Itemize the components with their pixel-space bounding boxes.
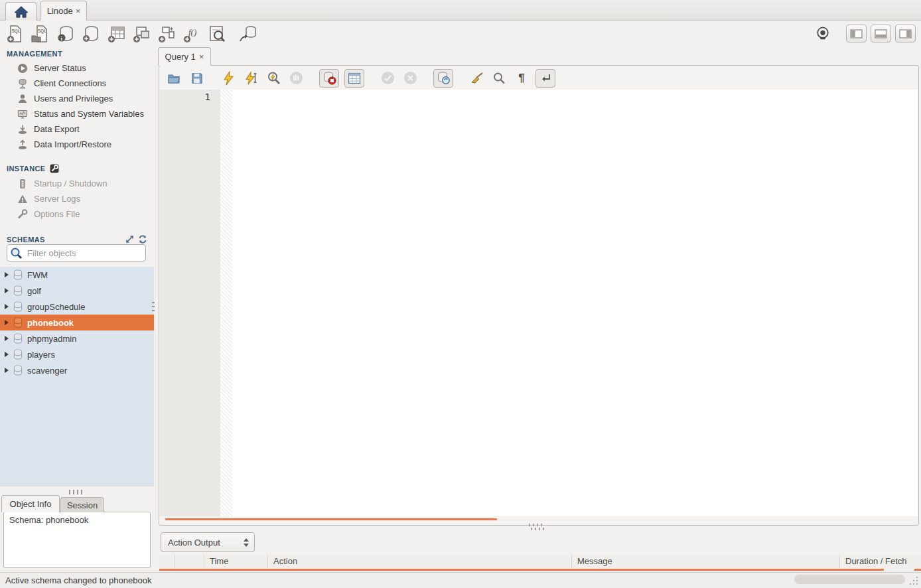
schema-label: FWM — [27, 270, 48, 280]
sidebar-item-users-privileges[interactable]: Users and Privileges — [0, 91, 154, 106]
close-icon[interactable]: × — [199, 52, 204, 61]
schema-row-fwm[interactable]: FWM — [0, 267, 154, 283]
expander-icon[interactable] — [5, 352, 9, 357]
inspect-database-icon[interactable]: i — [56, 24, 76, 44]
output-col-action[interactable]: Action — [268, 555, 572, 569]
output-selector[interactable]: Action Output — [161, 532, 255, 552]
stop-query-button[interactable] — [287, 70, 305, 87]
sidebar-item-server-logs[interactable]: Server Logs — [0, 191, 154, 206]
create-schema-icon[interactable] — [81, 24, 101, 44]
search-table-data-icon[interactable] — [207, 24, 227, 44]
options-file-icon — [17, 209, 28, 220]
create-procedure-icon[interactable] — [157, 24, 177, 44]
expand-schemas-icon[interactable] — [125, 235, 134, 244]
editor-orange-bar — [165, 518, 497, 520]
horizontal-scrollbar-thumb[interactable] — [794, 575, 905, 584]
sidebar-splitter-grip[interactable] — [152, 302, 155, 314]
commit-button[interactable] — [379, 70, 396, 87]
create-function-icon[interactable]: f() — [182, 24, 202, 44]
sidebar-item-data-export[interactable]: Data Export — [0, 121, 154, 137]
toolbar-right-group — [814, 25, 916, 42]
item-label: Data Import/Restore — [34, 139, 111, 149]
explain-button[interactable] — [265, 70, 282, 87]
expander-icon[interactable] — [5, 368, 9, 373]
refresh-schemas-icon[interactable] — [138, 235, 147, 244]
filter-objects-input[interactable] — [7, 244, 146, 261]
item-label: Data Export — [34, 124, 80, 134]
rollback-button[interactable] — [401, 70, 419, 87]
execute-button[interactable] — [220, 70, 237, 87]
explain-magnifier-icon — [267, 71, 281, 85]
schema-row-golf[interactable]: golf — [0, 283, 154, 299]
sidebar-item-startup-shutdown[interactable]: Startup / Shutdown — [0, 176, 154, 191]
sidebar-item-options-file[interactable]: Options File — [0, 206, 154, 222]
toggle-bottom-panel-button[interactable] — [871, 25, 891, 42]
toggle-autocommit-button[interactable] — [433, 69, 453, 88]
window-resize-grip[interactable] — [908, 575, 919, 586]
tab-session[interactable]: Session — [60, 497, 104, 512]
alert-icon[interactable] — [814, 25, 831, 42]
expander-icon[interactable] — [5, 336, 9, 341]
schema-label: phpmyadmin — [27, 334, 76, 344]
pilcrow-icon: ¶ — [518, 72, 524, 85]
expander-icon[interactable] — [5, 272, 9, 277]
find-button[interactable] — [490, 70, 508, 87]
toggle-word-wrap-button[interactable] — [535, 69, 555, 88]
toggle-right-sidebar-button[interactable] — [895, 25, 916, 42]
instance-section-title: INSTANCE — [0, 164, 154, 173]
schema-row-phonebook-selected[interactable]: phonebook — [0, 315, 154, 331]
toggle-invisible-chars-button[interactable]: ¶ — [513, 70, 530, 87]
open-sql-script-icon[interactable]: SQL — [31, 24, 50, 44]
sidebar-item-client-connections[interactable]: Client Connections — [0, 76, 154, 91]
close-icon[interactable]: × — [76, 7, 81, 15]
create-table-icon[interactable] — [106, 24, 126, 44]
schema-row-players[interactable]: players — [0, 346, 154, 362]
expander-icon[interactable] — [5, 304, 9, 309]
schema-row-groupschedule[interactable]: groupSchedule — [0, 299, 154, 315]
execute-current-statement-button[interactable] — [242, 70, 259, 87]
item-label: Server Status — [34, 63, 86, 73]
open-file-button[interactable] — [165, 70, 182, 87]
output-col-duration[interactable]: Duration / Fetch — [840, 555, 921, 569]
home-tab[interactable] — [5, 2, 36, 21]
tab-query-1[interactable]: Query 1 × — [158, 47, 211, 66]
reconnect-dbms-icon[interactable] — [238, 24, 257, 44]
item-label: Users and Privileges — [34, 94, 113, 104]
schema-row-scavenger[interactable]: scavenger — [0, 362, 154, 378]
toggle-left-sidebar-button[interactable] — [846, 25, 867, 42]
expander-icon[interactable] — [5, 320, 9, 325]
output-col-status[interactable] — [158, 555, 175, 569]
sidebar-item-data-import-restore[interactable]: Data Import/Restore — [0, 137, 154, 152]
toggle-limit-rows-button[interactable] — [344, 69, 364, 88]
schema-label: players — [27, 350, 55, 360]
schema-tree: FWM golf groupSchedule — [0, 267, 154, 486]
object-info-text: Schema: phonebook — [9, 515, 88, 525]
info-panel-splitter-grip[interactable] — [69, 490, 85, 494]
sidebar-item-server-status[interactable]: Server Status — [0, 60, 154, 76]
expander-icon[interactable] — [5, 288, 9, 293]
save-script-button[interactable] — [188, 70, 205, 87]
connection-tab-linode[interactable]: Linode × — [40, 1, 87, 21]
beautify-button[interactable] — [468, 70, 485, 87]
fold-margin — [220, 90, 232, 516]
management-title-text: MANAGEMENT — [7, 50, 62, 58]
output-col-time[interactable]: Time — [204, 555, 268, 569]
output-header-orange-bar — [159, 569, 884, 571]
svg-text:f(): f() — [188, 27, 196, 37]
new-sql-tab-icon[interactable]: SQL — [5, 24, 25, 44]
output-splitter-grip[interactable] — [529, 524, 543, 526]
stepper-icon[interactable] — [244, 538, 249, 547]
sql-code-area[interactable] — [232, 90, 918, 516]
data-export-icon — [17, 124, 28, 135]
sidebar-item-status-system-variables[interactable]: Status and System Variables — [0, 106, 154, 121]
server-logs-icon — [17, 194, 28, 204]
output-splitter-grip-2[interactable] — [531, 528, 545, 530]
output-col-message[interactable]: Message — [572, 555, 840, 569]
schema-row-phpmyadmin[interactable]: phpmyadmin — [0, 331, 154, 346]
tab-object-info[interactable]: Object Info — [1, 495, 60, 512]
find-magnifier-icon — [492, 72, 506, 85]
toggle-stop-on-error-button[interactable] — [319, 69, 339, 88]
connection-tab-bar: Linode × — [0, 0, 921, 21]
create-view-icon[interactable] — [131, 24, 151, 44]
output-col-index[interactable] — [175, 555, 204, 569]
